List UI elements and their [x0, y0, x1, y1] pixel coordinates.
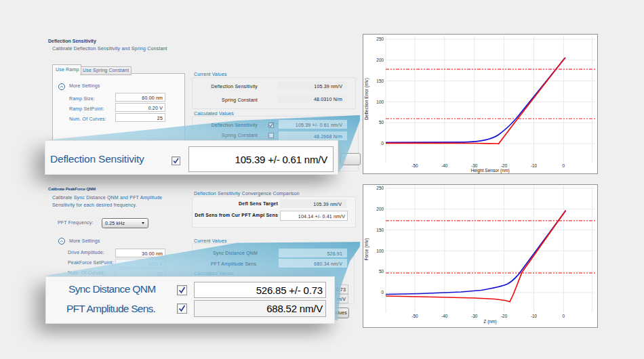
svg-text:Deflection Error (mV): Deflection Error (mV) [364, 78, 369, 120]
svg-text:250: 250 [376, 37, 384, 41]
svg-text:-10: -10 [531, 163, 538, 168]
svg-text:150: 150 [376, 227, 384, 232]
svg-text:100: 100 [376, 248, 384, 253]
svg-text:250: 250 [376, 186, 384, 190]
svg-text:Z (nm): Z (nm) [483, 319, 496, 324]
svg-text:-40: -40 [441, 314, 448, 318]
svg-text:-10: -10 [531, 314, 538, 318]
svg-text:0: 0 [381, 290, 384, 295]
svg-text:200: 200 [376, 58, 384, 62]
svg-text:-20: -20 [501, 163, 508, 168]
svg-text:Height Sensor (nm): Height Sensor (nm) [470, 168, 509, 173]
svg-text:150: 150 [376, 79, 384, 83]
svg-text:-30: -30 [471, 163, 478, 168]
svg-text:100: 100 [376, 100, 384, 104]
svg-text:-50: -50 [411, 163, 418, 168]
svg-text:-50: -50 [411, 314, 418, 318]
svg-text:0: 0 [563, 163, 565, 168]
svg-text:-40: -40 [441, 163, 448, 168]
svg-text:-20: -20 [501, 314, 508, 318]
svg-text:-30: -30 [471, 314, 478, 318]
svg-text:Force (mV): Force (mV) [364, 238, 369, 260]
svg-text:200: 200 [376, 207, 384, 211]
svg-text:50: 50 [379, 120, 384, 125]
svg-text:0: 0 [381, 141, 384, 146]
svg-text:0: 0 [563, 314, 565, 318]
svg-text:50: 50 [379, 269, 384, 274]
